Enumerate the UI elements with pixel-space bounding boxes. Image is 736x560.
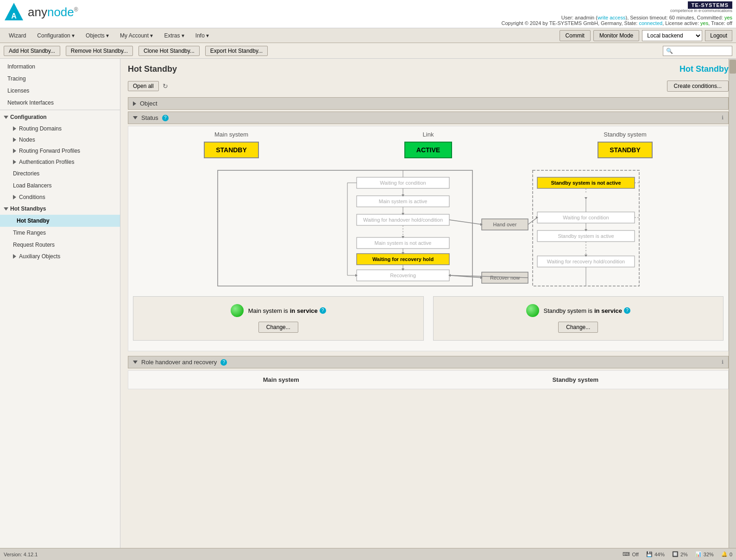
sidebar-item-network-interfaces[interactable]: Network Interfaces xyxy=(0,97,120,109)
logout-button[interactable]: Logout xyxy=(705,30,732,41)
sidebar-item-authentication-profiles[interactable]: Authentication Profiles xyxy=(0,156,120,168)
status-section-arrow-icon xyxy=(133,116,138,119)
sidebar-item-tracing[interactable]: Tracing xyxy=(0,73,120,85)
standby-service-text: Standby system is in service ? xyxy=(544,307,631,314)
user-label: User: anadmin xyxy=(561,15,595,20)
write-access-link[interactable]: write access xyxy=(598,15,626,20)
refresh-icon[interactable]: ↻ xyxy=(163,82,168,90)
main-system-label: Main system xyxy=(133,131,330,138)
role-handover-section-header[interactable]: Role handover and recovery ? ℹ xyxy=(128,356,729,368)
scrollbar[interactable] xyxy=(729,59,736,559)
version-label: Version: 4.12.1 xyxy=(4,552,38,557)
open-all-button[interactable]: Open all xyxy=(128,81,159,91)
standby-system-col: Standby system STANDBY xyxy=(527,131,723,158)
mem-value: 32% xyxy=(704,552,714,557)
search-input[interactable] xyxy=(663,46,732,56)
remove-hot-standby-button[interactable]: Remove Hot Standby... xyxy=(66,46,133,56)
sidebar-item-conditions[interactable]: Conditions xyxy=(0,192,120,203)
standby-service-change-button[interactable]: Change... xyxy=(558,322,598,333)
top-header: A anynode® TE-SYSTEMS competence in e-co… xyxy=(0,0,736,28)
object-section-arrow-icon xyxy=(133,101,136,106)
main-service-text: Main system is in service ? xyxy=(248,307,326,314)
sidebar-item-time-ranges[interactable]: Time Ranges xyxy=(0,227,120,239)
sidebar-item-hot-standby[interactable]: Hot Standby xyxy=(0,215,120,227)
standby-system-badge: STANDBY xyxy=(598,142,653,158)
sidebar-item-request-routers[interactable]: Request Routers xyxy=(0,239,120,251)
status-bar: Version: 4.12.1 ⌨ Off 💾 44% 🔲 2% 📊 32% 🔔… xyxy=(0,548,736,560)
svg-text:Waiting for recovery hold: Waiting for recovery hold xyxy=(372,256,433,262)
flow-diagram: Waiting for condition Main system is act… xyxy=(213,166,644,291)
sidebar: Information Tracing Licenses Network Int… xyxy=(0,59,120,559)
hot-standbys-group-label: Hot Standbys xyxy=(10,205,46,212)
te-systems-brand: TE-SYSTEMS xyxy=(688,1,732,9)
main-service-bold: in service xyxy=(290,307,318,314)
disk-value: 44% xyxy=(654,552,665,557)
trace-text: Trace: off xyxy=(711,20,732,26)
create-conditions-button[interactable]: Create conditions... xyxy=(667,81,729,92)
svg-text:A: A xyxy=(11,12,17,20)
state-val: connected xyxy=(639,20,662,26)
toolbar: Add Hot Standby... Remove Hot Standby...… xyxy=(0,43,736,59)
sidebar-item-information[interactable]: Information xyxy=(0,61,120,73)
status-section-label: Status xyxy=(141,114,158,121)
clone-hot-standby-button[interactable]: Clone Hot Standby... xyxy=(138,46,200,56)
content-area: Hot Standby Hot Standby Open all ↻ Creat… xyxy=(120,59,736,559)
sidebar-group-hot-standbys[interactable]: Hot Standbys xyxy=(0,203,120,215)
sidebar-item-load-balancers[interactable]: Load Balancers xyxy=(0,180,120,192)
scrollbar-thumb[interactable] xyxy=(730,60,736,74)
role-handover-content: Main system Standby system xyxy=(128,370,729,389)
status-section-header[interactable]: Status ? ℹ xyxy=(128,112,729,124)
sidebar-group-configuration[interactable]: Configuration xyxy=(0,111,120,123)
sidebar-item-nodes[interactable]: Nodes xyxy=(0,134,120,145)
sidebar-item-routing-forward-profiles[interactable]: Routing Forward Profiles xyxy=(0,145,120,156)
cpu-status: 🔲 2% xyxy=(672,551,688,557)
object-section-header[interactable]: Object xyxy=(128,97,729,110)
backend-select[interactable]: Local backend xyxy=(642,30,702,41)
routing-forward-arrow-icon xyxy=(13,149,16,153)
sidebar-item-licenses[interactable]: Licenses xyxy=(0,85,120,97)
svg-text:Standby system is not active: Standby system is not active xyxy=(551,180,621,186)
alerts-status: 🔔 0 xyxy=(721,551,732,557)
svg-text:Recover now: Recover now xyxy=(490,275,519,280)
main-service-row: Main system is in service ? xyxy=(231,304,326,317)
nav-objects[interactable]: Objects ▾ xyxy=(81,29,114,42)
nav-configuration[interactable]: Configuration ▾ xyxy=(32,29,80,42)
role-standby-label: Standby system xyxy=(428,376,723,383)
export-hot-standby-button[interactable]: Export Hot Standby... xyxy=(205,46,268,56)
commit-button[interactable]: Commit xyxy=(560,30,591,41)
logo-text: anynode® xyxy=(28,5,78,19)
sidebar-item-routing-domains[interactable]: Routing Domains xyxy=(0,123,120,134)
svg-text:Waiting for condition: Waiting for condition xyxy=(563,215,609,220)
alerts-icon: 🔔 xyxy=(721,551,728,557)
sidebar-item-auxiliary-objects[interactable]: Auxiliary Objects xyxy=(0,251,120,262)
main-service-label1: Main system is xyxy=(248,307,288,314)
nav-wizard[interactable]: Wizard xyxy=(4,29,31,42)
monitor-mode-button[interactable]: Monitor Mode xyxy=(593,30,639,41)
sidebar-item-directories[interactable]: Directories xyxy=(0,168,120,180)
standby-service-question-icon[interactable]: ? xyxy=(624,307,630,314)
nav-info[interactable]: Info ▾ xyxy=(190,29,214,42)
main-service-question-icon[interactable]: ? xyxy=(320,307,326,314)
committed-val: yes xyxy=(724,15,732,20)
status-question-icon[interactable]: ? xyxy=(162,115,169,121)
role-handover-question-icon[interactable]: ? xyxy=(220,359,227,366)
standby-service-green-dot xyxy=(526,304,539,317)
svg-text:Waiting for condition: Waiting for condition xyxy=(380,180,426,186)
link-label: Link xyxy=(330,131,527,138)
cpu-icon: 🔲 xyxy=(672,551,679,557)
main-service-change-button[interactable]: Change... xyxy=(258,322,298,333)
main-service-green-dot xyxy=(231,304,244,317)
hot-standbys-arrow-icon xyxy=(4,207,8,211)
standby-service-label1: Standby system is xyxy=(544,307,593,314)
svg-line-32 xyxy=(449,220,482,224)
configuration-group-label: Configuration xyxy=(10,114,47,120)
link-badge: ACTIVE xyxy=(404,142,452,158)
standby-service-row: Standby system is in service ? xyxy=(526,304,631,317)
standby-service-box: Standby system is in service ? Change... xyxy=(433,296,724,341)
nav-my-account[interactable]: My Account ▾ xyxy=(115,29,158,42)
nav-extras[interactable]: Extras ▾ xyxy=(159,29,189,42)
add-hot-standby-button[interactable]: Add Hot Standby... xyxy=(4,46,60,56)
copyright-text: Copyright © 2024 by TE-SYSTEMS GmbH, Ger… xyxy=(502,20,638,26)
conditions-arrow-icon xyxy=(13,195,16,199)
nav-left: Wizard Configuration ▾ Objects ▾ My Acco… xyxy=(4,29,214,42)
